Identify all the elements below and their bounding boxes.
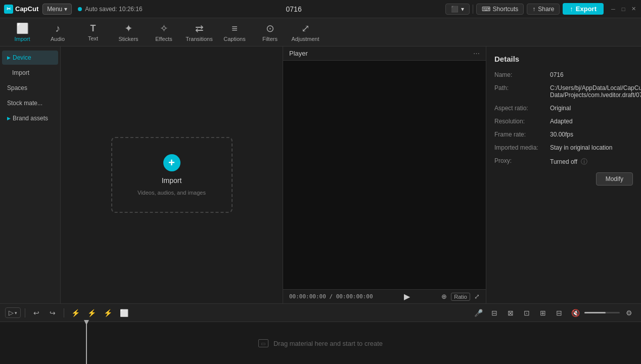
player-video-area bbox=[283, 61, 486, 289]
detail-label-proxy: Proxy: bbox=[494, 157, 550, 166]
toolbar-item-adjustment[interactable]: ⤢ Adjustment bbox=[288, 19, 323, 46]
sidebar-item-stock[interactable]: Stock mate... bbox=[2, 96, 58, 110]
fit-button[interactable]: ⊠ bbox=[503, 306, 518, 320]
redo-button[interactable]: ↪ bbox=[45, 306, 60, 320]
detail-row-imported: Imported media: Stay in original locatio… bbox=[494, 144, 633, 151]
toolbar-item-effects[interactable]: ✧ Effects bbox=[147, 19, 181, 46]
toolbar-item-import[interactable]: ⬜ Import bbox=[5, 19, 39, 46]
import-content-area: + Import Videos, audios, and images bbox=[61, 47, 283, 303]
detail-value-imported: Stay in original location bbox=[550, 144, 633, 151]
split-delete-button[interactable]: ⚡ bbox=[101, 306, 115, 320]
detail-row-aspect: Aspect ratio: Original bbox=[494, 105, 633, 112]
close-button[interactable]: ✕ bbox=[630, 6, 637, 13]
play-button[interactable]: ▶ bbox=[404, 292, 410, 301]
split-button[interactable]: ⚡ bbox=[84, 306, 99, 320]
toolbar-item-audio[interactable]: ♪ Audio bbox=[40, 19, 75, 46]
tl-right-buttons: 🎤 ⊟ ⊠ ⊡ ⊞ ⊟ 🔇 ⚙ bbox=[471, 306, 636, 320]
autosave-dot bbox=[78, 7, 82, 11]
main-layout: ▶ Device Import Spaces Stock mate... ▶ B… bbox=[0, 47, 641, 303]
sidebar-item-import[interactable]: Import bbox=[2, 66, 58, 80]
modify-button[interactable]: Modify bbox=[596, 172, 633, 186]
toolbar-item-text[interactable]: T Text bbox=[76, 19, 110, 46]
main-toolbar: ⬜ Import ♪ Audio T Text ✦ Stickers ✧ Eff… bbox=[0, 18, 641, 47]
device-arrow-icon: ▶ bbox=[7, 55, 11, 60]
player-footer: 00:00:00:00 / 00:00:00:00 ▶ ⊕ Ratio ⤢ bbox=[283, 289, 486, 303]
player-controls: ▶ bbox=[404, 292, 410, 301]
sidebar-item-brand[interactable]: ▶ Brand assets bbox=[2, 111, 58, 125]
brand-arrow-icon: ▶ bbox=[7, 116, 11, 121]
fullscreen-icon[interactable]: ⤢ bbox=[474, 293, 480, 300]
split-at-head-button[interactable]: ⚡ bbox=[68, 306, 82, 320]
menu-label: Menu bbox=[47, 6, 62, 13]
drag-hint: ▭ Drag material here and start to create bbox=[258, 339, 383, 347]
undo-button[interactable]: ↩ bbox=[29, 306, 43, 320]
volume-slider[interactable] bbox=[584, 312, 620, 313]
import-plus-icon: + bbox=[163, 154, 180, 171]
sidebar-device-label: Device bbox=[13, 54, 31, 61]
sidebar-item-device[interactable]: ▶ Device bbox=[2, 51, 58, 65]
detail-label-path: Path: bbox=[494, 84, 550, 99]
detail-label-imported: Imported media: bbox=[494, 144, 550, 151]
logo-text: CapCut bbox=[15, 5, 38, 13]
stickers-icon: ✦ bbox=[124, 22, 133, 34]
audio-button[interactable]: 🎤 bbox=[471, 306, 485, 320]
toolbar-import-label: Import bbox=[14, 36, 30, 42]
pip-button[interactable]: ⊟ bbox=[552, 306, 566, 320]
timeline-toolbar: ▷ ▾ ↩ ↪ ⚡ ⚡ ⚡ ⬜ 🎤 ⊟ ⊠ ⊡ ⊞ ⊟ 🔇 ⚙ bbox=[0, 304, 641, 322]
logo-icon: ✂ bbox=[4, 5, 13, 14]
detail-label-resolution: Resolution: bbox=[494, 118, 550, 125]
settings-button[interactable]: ⚙ bbox=[622, 306, 636, 320]
menu-chevron-icon: ▾ bbox=[64, 6, 67, 13]
shortcuts-icon: ⌨ bbox=[482, 6, 490, 13]
sidebar-item-spaces[interactable]: Spaces bbox=[2, 81, 58, 95]
share-button[interactable]: ↑ Share bbox=[527, 4, 560, 15]
audio-icon: ♪ bbox=[55, 23, 60, 34]
adjustment-icon: ⤢ bbox=[301, 22, 310, 34]
topbar-right: ⬛ ▾ ⌨ Shortcuts ↑ Share ↑ Export ─ □ ✕ bbox=[445, 3, 637, 15]
tl-sep-2 bbox=[64, 308, 64, 317]
split-audio-button[interactable]: ⊡ bbox=[520, 306, 534, 320]
toolbar-item-stickers[interactable]: ✦ Stickers bbox=[111, 19, 146, 46]
toolbar-item-transitions[interactable]: ⇄ Transitions bbox=[182, 19, 216, 46]
player-panel: Player ⋯ 00:00:00:00 / 00:00:00:00 ▶ ⊕ R… bbox=[283, 47, 486, 303]
proxy-info-icon[interactable]: ⓘ bbox=[581, 158, 587, 165]
shortcuts-label: Shortcuts bbox=[493, 6, 519, 13]
ratio-badge[interactable]: Ratio bbox=[451, 293, 470, 301]
topbar: ✂ CapCut Menu ▾ Auto saved: 10:26:16 071… bbox=[0, 0, 641, 18]
screenshot-icon[interactable]: ⊕ bbox=[441, 293, 447, 300]
toolbar-item-captions[interactable]: ≡ Captions bbox=[217, 19, 252, 46]
sidebar: ▶ Device Import Spaces Stock mate... ▶ B… bbox=[0, 47, 61, 303]
cursor-tool[interactable]: ▷ ▾ bbox=[5, 307, 21, 318]
effects-icon: ✧ bbox=[160, 22, 168, 34]
delete-button[interactable]: ⬜ bbox=[117, 306, 131, 320]
monitor-button[interactable]: ⬛ ▾ bbox=[445, 4, 470, 15]
toolbar-transitions-label: Transitions bbox=[186, 36, 212, 42]
transitions-icon: ⇄ bbox=[195, 22, 204, 34]
player-menu-icon[interactable]: ⋯ bbox=[473, 50, 480, 57]
mute-icon-btn[interactable]: 🔇 bbox=[568, 306, 582, 320]
import-sublabel: Videos, audios, and images bbox=[138, 190, 206, 196]
left-panel: ▶ Device Import Spaces Stock mate... ▶ B… bbox=[0, 47, 283, 303]
center-button[interactable]: ⊞ bbox=[536, 306, 550, 320]
timeline: ▷ ▾ ↩ ↪ ⚡ ⚡ ⚡ ⬜ 🎤 ⊟ ⊠ ⊡ ⊞ ⊟ 🔇 ⚙ bbox=[0, 303, 641, 364]
maximize-button[interactable]: □ bbox=[620, 6, 627, 13]
toolbar-audio-label: Audio bbox=[51, 36, 65, 42]
menu-button[interactable]: Menu ▾ bbox=[42, 4, 72, 15]
sidebar-import-label: Import bbox=[12, 69, 29, 76]
shortcuts-button[interactable]: ⌨ Shortcuts bbox=[476, 4, 524, 15]
export-button[interactable]: ↑ Export bbox=[563, 3, 604, 15]
minimize-button[interactable]: ─ bbox=[610, 6, 617, 13]
toolbar-item-filters[interactable]: ⊙ Filters bbox=[253, 19, 287, 46]
stitch-button[interactable]: ⊟ bbox=[487, 306, 501, 320]
import-drop-zone[interactable]: + Import Videos, audios, and images bbox=[111, 137, 233, 213]
details-title: Details bbox=[494, 55, 633, 63]
monitor-icon: ⬛ bbox=[451, 6, 459, 13]
detail-value-resolution: Adapted bbox=[550, 118, 633, 125]
detail-row-resolution: Resolution: Adapted bbox=[494, 118, 633, 125]
timeline-body: ▭ Drag material here and start to create bbox=[0, 322, 641, 364]
sidebar-stock-label: Stock mate... bbox=[7, 100, 42, 107]
player-header: Player ⋯ bbox=[283, 47, 486, 61]
detail-value-proxy: Turned off ⓘ bbox=[550, 157, 633, 166]
drag-hint-text: Drag material here and start to create bbox=[273, 340, 383, 347]
sidebar-brand-label: Brand assets bbox=[13, 115, 48, 122]
